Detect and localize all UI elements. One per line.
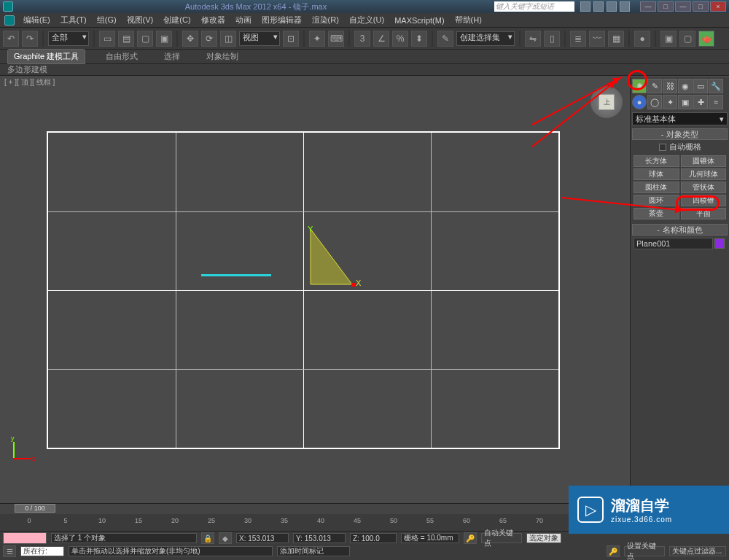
viewport-top[interactable]: [ + ][ 顶 ][ 线框 ] Y X y x 上 xyxy=(0,77,630,503)
key-icon[interactable]: 🔑 xyxy=(464,532,477,544)
keyfilter-button[interactable]: 关键点过滤器... xyxy=(669,546,726,556)
percent-snap[interactable]: % xyxy=(392,31,408,47)
coord-x[interactable]: X: 153.013 xyxy=(236,533,289,543)
geosphere-button[interactable]: 几何球体 xyxy=(681,168,727,180)
sync-icon[interactable] xyxy=(607,1,617,12)
ribbon-graphite[interactable]: Graphite 建模工具 xyxy=(7,49,85,64)
object-color-swatch[interactable] xyxy=(714,238,725,249)
align-button[interactable]: ▯ xyxy=(544,31,560,47)
snap-toggle[interactable]: 3 xyxy=(354,31,370,47)
tube-button[interactable]: 管状体 xyxy=(681,182,727,193)
plane-object[interactable] xyxy=(201,274,271,276)
coord-z[interactable]: Z: 100.0 xyxy=(350,533,397,543)
help-icon[interactable] xyxy=(580,1,590,12)
child-minimize-button[interactable]: — xyxy=(675,1,691,12)
helpers-cat[interactable]: ✚ xyxy=(693,95,708,109)
scale-tool[interactable]: ◫ xyxy=(220,31,236,47)
space-cat[interactable]: ≈ xyxy=(709,95,723,109)
pivot-center[interactable]: ⊡ xyxy=(283,31,299,47)
curve-editor[interactable]: 〰 xyxy=(589,31,605,47)
plane-button[interactable]: 平面 xyxy=(681,208,727,219)
mirror-button[interactable]: ⇋ xyxy=(525,31,541,47)
menu-views[interactable]: 视图(V) xyxy=(122,13,158,27)
setkey-icon[interactable]: 🔑 xyxy=(607,545,620,557)
modify-tab[interactable]: ✎ xyxy=(647,79,662,93)
layer-button[interactable]: ≣ xyxy=(570,31,586,47)
menu-edit[interactable]: 编辑(E) xyxy=(19,13,55,27)
sphere-button[interactable]: 球体 xyxy=(634,168,679,180)
shapes-cat[interactable]: ◯ xyxy=(647,95,662,109)
manipulate[interactable]: ✦ xyxy=(309,31,325,47)
select-region[interactable]: ▢ xyxy=(137,31,153,47)
window-cross[interactable]: ▣ xyxy=(156,31,172,47)
ribbon-freeform[interactable]: 自由形式 xyxy=(100,50,144,63)
ribbon-select[interactable]: 选择 xyxy=(158,50,186,63)
render-setup[interactable]: ▣ xyxy=(660,31,677,47)
box-button[interactable]: 长方体 xyxy=(634,155,679,167)
teapot-button[interactable]: 茶壶 xyxy=(634,208,679,219)
listener-icon[interactable]: ☰ xyxy=(3,545,16,557)
app-menu-icon[interactable] xyxy=(4,15,15,26)
menu-maxscript[interactable]: MAXScript(M) xyxy=(390,15,448,26)
add-time-tag[interactable]: 添加时间标记 xyxy=(277,546,350,556)
menu-grapheditors[interactable]: 图形编辑器 xyxy=(257,13,306,27)
menu-customize[interactable]: 自定义(U) xyxy=(345,13,389,27)
filter-select[interactable]: 全部 xyxy=(48,31,89,46)
refcoord-select[interactable]: 视图 xyxy=(239,31,280,46)
keyboard-shortcut[interactable]: ⌨ xyxy=(328,31,344,47)
time-slider-knob[interactable]: 0 / 100 xyxy=(15,504,55,513)
close-button[interactable]: × xyxy=(710,1,726,12)
cone-button[interactable]: 圆锥体 xyxy=(681,155,727,167)
select-object[interactable]: ▭ xyxy=(99,31,115,47)
pyramid-button[interactable]: 四棱锥 xyxy=(681,195,727,206)
menu-rendering[interactable]: 渲染(R) xyxy=(308,13,343,27)
viewport-label[interactable]: [ + ][ 顶 ][ 线框 ] xyxy=(4,77,55,88)
autokey-button[interactable]: 自动关键点 xyxy=(481,533,522,543)
star-icon[interactable] xyxy=(593,1,604,12)
rollout-objtype[interactable]: 对象类型 xyxy=(632,128,728,140)
hierarchy-tab[interactable]: ⛓ xyxy=(663,79,677,93)
cameras-cat[interactable]: ▣ xyxy=(678,95,693,109)
undo-button[interactable]: ↶ xyxy=(3,31,19,47)
setkey-button[interactable]: 设置关键点 xyxy=(624,546,665,556)
restore-button[interactable]: □ xyxy=(658,1,674,12)
menu-modifiers[interactable]: 修改器 xyxy=(197,13,230,27)
redo-button[interactable]: ↷ xyxy=(22,31,38,47)
object-name-input[interactable]: Plane001 xyxy=(634,238,713,249)
named-selset[interactable]: 创建选择集 xyxy=(456,31,515,46)
viewcube-face[interactable]: 上 xyxy=(599,94,615,110)
lights-cat[interactable]: ✦ xyxy=(663,95,677,109)
rotate-tool[interactable]: ⟳ xyxy=(201,31,217,47)
ribbon-objpaint[interactable]: 对象绘制 xyxy=(200,50,244,63)
title-search[interactable]: 键入关键字或短语 xyxy=(494,1,574,12)
named-sel-edit[interactable]: ✎ xyxy=(437,31,453,47)
child-restore-button[interactable]: □ xyxy=(693,1,709,12)
menu-tools[interactable]: 工具(T) xyxy=(56,13,91,27)
selset-button[interactable]: 选定对象 xyxy=(526,533,561,543)
motion-tab[interactable]: ◉ xyxy=(678,79,693,93)
render-button[interactable]: 🫖 xyxy=(698,31,714,47)
menu-animation[interactable]: 动画 xyxy=(231,13,256,27)
angle-snap[interactable]: ∠ xyxy=(373,31,389,47)
utilities-tab[interactable]: 🔧 xyxy=(709,79,723,93)
autogrid-checkbox[interactable] xyxy=(659,144,666,151)
signin-icon[interactable] xyxy=(620,1,630,12)
lock-icon[interactable]: 🔒 xyxy=(201,532,214,544)
menu-group[interactable]: 组(G) xyxy=(93,13,121,27)
primitive-dropdown[interactable]: 标准基本体 xyxy=(632,112,728,125)
geometry-cat[interactable]: ● xyxy=(632,95,647,109)
move-tool[interactable]: ✥ xyxy=(182,31,198,47)
display-tab[interactable]: ▭ xyxy=(693,79,708,93)
rendered-frame[interactable]: ▢ xyxy=(679,31,695,47)
torus-button[interactable]: 圆环 xyxy=(634,195,679,206)
spinner-snap[interactable]: ⬍ xyxy=(411,31,427,47)
viewcube[interactable]: 上 xyxy=(590,86,623,118)
schematic-view[interactable]: ▦ xyxy=(608,31,624,47)
minimize-button[interactable]: — xyxy=(640,1,656,12)
create-tab[interactable]: ✺ xyxy=(632,79,647,93)
menu-help[interactable]: 帮助(H) xyxy=(451,13,486,27)
sel-lock-icon[interactable]: ◆ xyxy=(219,532,232,544)
select-name[interactable]: ▤ xyxy=(118,31,134,47)
material-editor[interactable]: ● xyxy=(634,31,650,47)
script-mini[interactable] xyxy=(3,532,47,544)
